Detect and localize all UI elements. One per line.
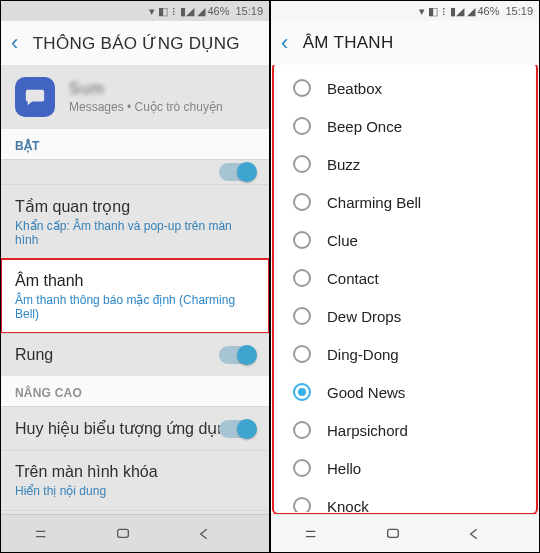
radio-icon	[293, 231, 311, 249]
phone-right-sounds: ▾ ◧ ⫶ ▮◢ ◢ 46% 15:19 ‹ ÂM THANH BeatboxB…	[270, 0, 540, 553]
radio-icon	[293, 459, 311, 477]
radio-icon	[293, 269, 311, 287]
nav-home[interactable]	[352, 515, 433, 552]
svg-rect-0	[117, 529, 128, 537]
sound-option-label: Beep Once	[327, 118, 402, 135]
sound-option-label: Knock	[327, 498, 369, 513]
importance-title: Tầm quan trọng	[15, 197, 255, 216]
page-title: ÂM THANH	[303, 33, 394, 53]
sound-option[interactable]: Beep Once	[275, 107, 535, 145]
sound-sub: Âm thanh thông báo mặc định (Charming Be…	[15, 293, 255, 321]
clock: 15:19	[235, 5, 263, 17]
importance-sub: Khẩn cấp: Âm thanh và pop-up trên màn hì…	[15, 219, 255, 247]
radio-icon	[293, 383, 311, 401]
status-icons: ▾ ◧ ⫶ ▮◢ ◢	[419, 5, 475, 18]
app-header-text: Sum Messages • Cuộc trò chuyện	[69, 80, 223, 114]
app-meta: Messages • Cuộc trò chuyện	[69, 100, 223, 114]
sound-option[interactable]: Contact	[275, 259, 535, 297]
sound-option-label: Buzz	[327, 156, 360, 173]
sound-option-label: Good News	[327, 384, 405, 401]
sound-option[interactable]: Buzz	[275, 145, 535, 183]
radio-icon	[293, 307, 311, 325]
messages-app-icon	[15, 77, 55, 117]
statusbar: ▾ ◧ ⫶ ▮◢ ◢ 46% 15:19	[271, 1, 539, 21]
sound-option[interactable]: Good News	[275, 373, 535, 411]
radio-icon	[293, 79, 311, 97]
master-toggle[interactable]	[219, 163, 255, 181]
appbar: ‹ ÂM THANH	[271, 21, 539, 65]
sound-option[interactable]: Charming Bell	[275, 183, 535, 221]
sound-option[interactable]: Beatbox	[275, 69, 535, 107]
sound-option[interactable]: Clue	[275, 221, 535, 259]
settings-content: Sum Messages • Cuộc trò chuyện BẬT Tầm q…	[1, 65, 269, 514]
on-header: BẬT	[1, 129, 269, 159]
nav-back[interactable]	[433, 515, 514, 552]
sound-option-label: Charming Bell	[327, 194, 421, 211]
clock: 15:19	[505, 5, 533, 17]
statusbar: ▾ ◧ ⫶ ▮◢ ◢ 46% 15:19	[1, 1, 269, 21]
sound-option-label: Harpsichord	[327, 422, 408, 439]
back-icon[interactable]: ‹	[281, 32, 289, 54]
status-icons: ▾ ◧ ⫶ ▮◢ ◢	[149, 5, 205, 18]
android-navbar	[1, 514, 269, 552]
svg-rect-1	[387, 529, 398, 537]
radio-icon	[293, 421, 311, 439]
advanced-header: NÂNG CAO	[1, 376, 269, 406]
app-name: Sum	[69, 80, 223, 98]
sound-option[interactable]: Ding-Dong	[275, 335, 535, 373]
sound-option-label: Clue	[327, 232, 358, 249]
nav-recents[interactable]	[1, 515, 82, 552]
sound-option-label: Ding-Dong	[327, 346, 399, 363]
radio-icon	[293, 345, 311, 363]
sound-option[interactable]: Harpsichord	[275, 411, 535, 449]
lockscreen-sub: Hiển thị nội dung	[15, 484, 255, 498]
sound-option-label: Contact	[327, 270, 379, 287]
nav-home[interactable]	[82, 515, 163, 552]
sound-option-label: Hello	[327, 460, 361, 477]
sound-option[interactable]: Dew Drops	[275, 297, 535, 335]
sound-option[interactable]: Knock	[275, 487, 535, 512]
nav-back[interactable]	[163, 515, 244, 552]
sound-option-label: Beatbox	[327, 80, 382, 97]
page-title: THÔNG BÁO ỨNG DỤNG	[33, 33, 240, 54]
badge-row[interactable]: Huy hiệu biểu tượng ứng dụng	[1, 406, 269, 450]
radio-icon	[293, 155, 311, 173]
sound-option-label: Dew Drops	[327, 308, 401, 325]
master-toggle-row[interactable]	[1, 159, 269, 184]
vibrate-toggle[interactable]	[219, 346, 255, 364]
lockscreen-row[interactable]: Trên màn hình khóa Hiển thị nội dung	[1, 450, 269, 510]
battery-text: 46%	[477, 5, 499, 17]
radio-icon	[293, 497, 311, 512]
app-header-row: Sum Messages • Cuộc trò chuyện	[1, 65, 269, 129]
importance-row[interactable]: Tầm quan trọng Khẩn cấp: Âm thanh và pop…	[1, 184, 269, 259]
radio-icon	[293, 117, 311, 135]
back-icon[interactable]: ‹	[11, 32, 19, 54]
radio-icon	[293, 193, 311, 211]
battery-text: 46%	[207, 5, 229, 17]
phone-left-settings: ▾ ◧ ⫶ ▮◢ ◢ 46% 15:19 ‹ THÔNG BÁO ỨNG DỤN…	[0, 0, 270, 553]
android-navbar	[271, 514, 539, 552]
badge-toggle[interactable]	[219, 420, 255, 438]
sound-row[interactable]: Âm thanh Âm thanh thông báo mặc định (Ch…	[1, 259, 269, 333]
sound-title: Âm thanh	[15, 272, 255, 290]
appbar: ‹ THÔNG BÁO ỨNG DỤNG	[1, 21, 269, 65]
vibrate-row[interactable]: Rung	[1, 333, 269, 376]
sound-option-list[interactable]: BeatboxBeep OnceBuzzCharming BellClueCon…	[275, 65, 535, 512]
sound-content: BeatboxBeep OnceBuzzCharming BellClueCon…	[271, 65, 539, 514]
nav-recents[interactable]	[271, 515, 352, 552]
lockscreen-title: Trên màn hình khóa	[15, 463, 255, 481]
sound-option[interactable]: Hello	[275, 449, 535, 487]
